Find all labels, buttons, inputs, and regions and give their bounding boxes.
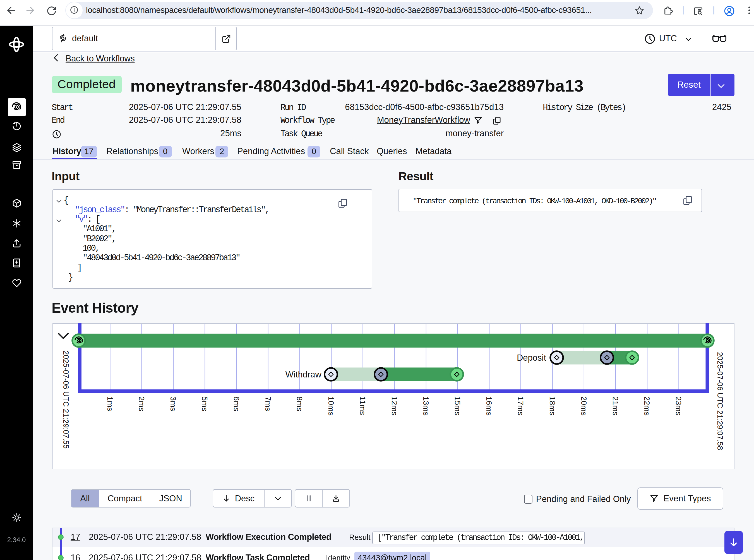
svg-text:2025-07-06 UTC 21:29:07.58: 2025-07-06 UTC 21:29:07.58 — [715, 352, 724, 450]
svg-text:22ms: 22ms — [643, 396, 651, 415]
svg-text:5ms: 5ms — [200, 396, 209, 411]
svg-text:15ms: 15ms — [453, 396, 462, 415]
svg-text:2025-07-06 UTC 21:29:07.55: 2025-07-06 UTC 21:29:07.55 — [61, 351, 70, 448]
svg-text:10ms: 10ms — [326, 396, 335, 415]
svg-text:23ms: 23ms — [674, 396, 682, 415]
svg-text:2ms: 2ms — [137, 396, 146, 411]
svg-text:12ms: 12ms — [390, 396, 399, 415]
svg-text:8ms: 8ms — [295, 396, 304, 411]
svg-text:7ms: 7ms — [263, 396, 272, 411]
svg-text:11ms: 11ms — [358, 396, 367, 415]
svg-text:Withdraw: Withdraw — [285, 369, 322, 379]
svg-text:6ms: 6ms — [232, 396, 241, 411]
svg-text:21ms: 21ms — [611, 396, 619, 415]
svg-text:3ms: 3ms — [168, 396, 177, 411]
svg-text:Deposit: Deposit — [516, 353, 546, 362]
svg-text:20ms: 20ms — [579, 396, 588, 415]
svg-text:1ms: 1ms — [105, 396, 114, 411]
svg-text:17ms: 17ms — [516, 396, 525, 415]
svg-text:16ms: 16ms — [485, 396, 493, 415]
svg-text:13ms: 13ms — [421, 396, 430, 415]
svg-text:18ms: 18ms — [548, 396, 556, 415]
